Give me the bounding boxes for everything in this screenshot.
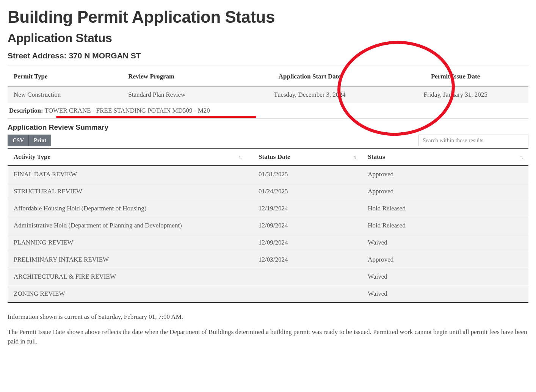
disclaimer-issue-date: The Permit Issue Date shown above reflec… [8, 327, 528, 347]
cell-activity: STRUCTURAL REVIEW [8, 183, 247, 200]
cell-issue-date: Friday, January 31, 2025 [382, 86, 528, 103]
header-activity-label: Activity Type [14, 153, 50, 160]
header-permit-type: Permit Type [8, 67, 122, 86]
sort-icon: ↑↓ [520, 154, 522, 160]
description-label: Description: [9, 107, 43, 114]
cell-status-date: 12/09/2024 [247, 234, 362, 251]
csv-button[interactable]: CSV [8, 135, 29, 146]
summary-table: Permit Type Review Program Application S… [8, 67, 528, 103]
disclaimer-currency: Information shown is current as of Satur… [8, 312, 528, 322]
header-activity-type[interactable]: Activity Type ↑↓ [8, 148, 247, 166]
cell-status: Approved [362, 251, 528, 268]
sort-icon: ↑↓ [353, 154, 356, 160]
header-issue-date: Permit Issue Date [382, 67, 528, 86]
cell-activity: PRELIMINARY INTAKE REVIEW [8, 251, 247, 268]
review-summary-title: Application Review Summary [8, 123, 528, 132]
page-title: Building Permit Application Status [8, 8, 528, 27]
cell-status-date: 01/24/2025 [247, 183, 362, 200]
section-title: Application Status [8, 31, 528, 45]
cell-app-start: Tuesday, December 3, 2024 [237, 86, 383, 103]
disclaimer-section: Information shown is current as of Satur… [8, 312, 528, 347]
cell-activity: PLANNING REVIEW [8, 234, 247, 251]
cell-activity: Administrative Hold (Department of Plann… [8, 217, 247, 234]
cell-status-date: 12/19/2024 [247, 200, 362, 217]
print-button[interactable]: Print [29, 135, 51, 146]
description-value: TOWER CRANE - FREE STANDING POTAIN MD509… [43, 107, 210, 114]
summary-row: New Construction Standard Plan Review Tu… [8, 86, 528, 103]
cell-status: Waived [362, 268, 528, 285]
cell-status: Waived [362, 285, 528, 303]
table-row: PLANNING REVIEW12/09/2024Waived [8, 234, 528, 251]
cell-review-program: Standard Plan Review [122, 86, 237, 103]
button-group: CSV Print [8, 135, 51, 146]
table-row: FINAL DATA REVIEW01/31/2025Approved [8, 166, 528, 183]
table-row: STRUCTURAL REVIEW01/24/2025Approved [8, 183, 528, 200]
cell-status-date [247, 268, 362, 285]
cell-activity: ZONING REVIEW [8, 285, 247, 303]
cell-status: Hold Released [362, 217, 528, 234]
cell-activity: ARCHITECTURAL & FIRE REVIEW [8, 268, 247, 285]
header-review-program: Review Program [122, 67, 237, 86]
street-address: Street Address: 370 N MORGAN ST [8, 51, 528, 60]
address-label: Street Address: [8, 51, 69, 60]
header-status-date-label: Status Date [259, 153, 290, 160]
cell-activity: Affordable Housing Hold (Department of H… [8, 200, 247, 217]
header-status[interactable]: Status ↑↓ [362, 148, 528, 166]
review-table: Activity Type ↑↓ Status Date ↑↓ Status ↑… [8, 148, 528, 303]
table-row: Administrative Hold (Department of Plann… [8, 217, 528, 234]
cell-status-date: 12/09/2024 [247, 217, 362, 234]
cell-status-date: 12/03/2024 [247, 251, 362, 268]
description-row: Description: TOWER CRANE - FREE STANDING… [8, 103, 528, 119]
sort-icon: ↑↓ [238, 154, 241, 160]
cell-status-date [247, 285, 362, 303]
toolbar: CSV Print [8, 135, 528, 146]
annotation-underline [56, 116, 256, 118]
table-row: ARCHITECTURAL & FIRE REVIEWWaived [8, 268, 528, 285]
cell-status: Approved [362, 166, 528, 183]
cell-status: Waived [362, 234, 528, 251]
divider [8, 66, 528, 66]
header-status-label: Status [368, 153, 385, 160]
table-row: ZONING REVIEWWaived [8, 285, 528, 303]
cell-activity: FINAL DATA REVIEW [8, 166, 247, 183]
header-app-start: Application Start Date [237, 67, 383, 86]
search-input[interactable] [418, 135, 528, 146]
table-row: PRELIMINARY INTAKE REVIEW12/03/2024Appro… [8, 251, 528, 268]
cell-permit-type: New Construction [8, 86, 122, 103]
cell-status: Hold Released [362, 200, 528, 217]
table-row: Affordable Housing Hold (Department of H… [8, 200, 528, 217]
cell-status: Approved [362, 183, 528, 200]
header-status-date[interactable]: Status Date ↑↓ [247, 148, 362, 166]
address-value: 370 N MORGAN ST [69, 51, 141, 60]
cell-status-date: 01/31/2025 [247, 166, 362, 183]
